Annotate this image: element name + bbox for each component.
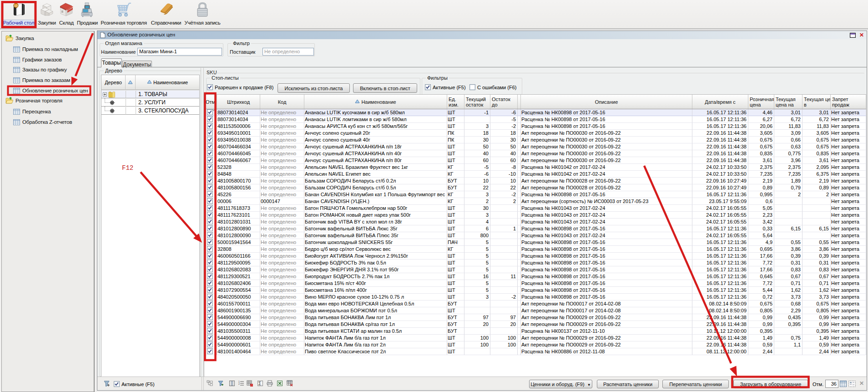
svg-text:10: 10 bbox=[14, 4, 18, 7]
svg-text:2: 2 bbox=[238, 382, 240, 385]
svg-text:Σ: Σ bbox=[258, 381, 261, 386]
